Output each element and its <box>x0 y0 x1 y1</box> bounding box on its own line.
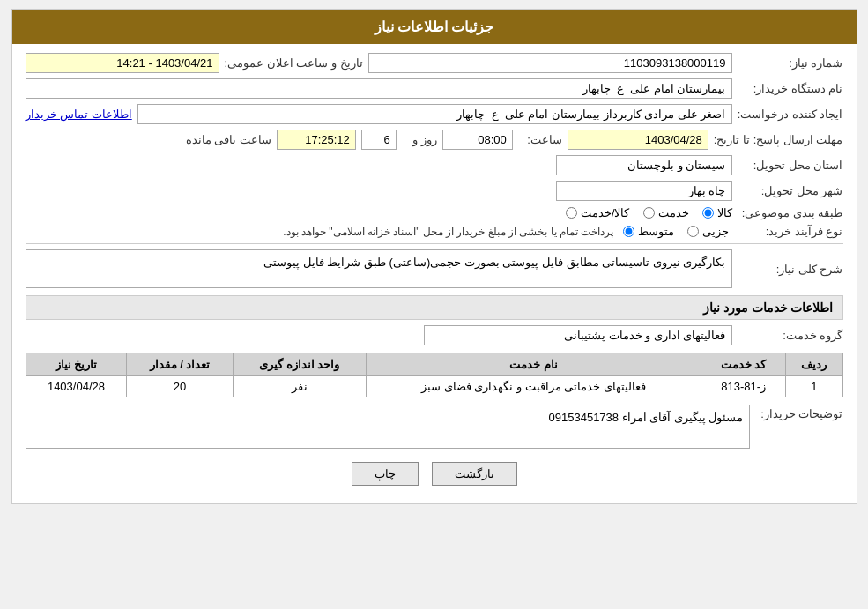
city-row: شهر محل تحویل: <box>26 181 843 201</box>
category-kala-radio[interactable] <box>702 207 714 219</box>
purchase-type-label: نوع فرآیند خرید: <box>738 225 843 238</box>
services-section-header: اطلاعات خدمات مورد نیاز <box>26 295 843 320</box>
category-both-radio[interactable] <box>566 207 577 219</box>
col-header-service-name: نام خدمت <box>366 353 701 376</box>
back-button[interactable]: بازگشت <box>432 462 517 486</box>
table-cell: ز-81-813 <box>701 376 786 397</box>
divider1 <box>26 243 843 244</box>
remaining-time-label: ساعت باقی مانده <box>186 133 271 146</box>
need-number-row: شماره نیاز: تاریخ و ساعت اعلان عمومی: <box>26 53 843 73</box>
need-description-label: شرح کلی نیاز: <box>738 263 843 276</box>
need-number-label: شماره نیاز: <box>738 56 843 70</box>
print-button[interactable]: چاپ <box>352 462 419 486</box>
purchase-motavast-radio[interactable] <box>623 226 634 237</box>
table-cell: 1403/04/28 <box>26 376 127 397</box>
buyer-notes-label: توضیحات خریدار: <box>755 405 843 420</box>
page-title: جزئیات اطلاعات نیاز <box>12 10 857 44</box>
remaining-time-input[interactable] <box>277 130 356 150</box>
service-group-input[interactable] <box>424 325 732 345</box>
services-table: ردیف کد خدمت نام خدمت واحد اندازه گیری ت… <box>26 353 843 397</box>
purchase-jozi-item: جزیی <box>687 225 729 238</box>
buyer-notes-content: مسئول پیگیری آقای امراء 09153451738 <box>26 405 750 449</box>
deadline-row: مهلت ارسال پاسخ: تا تاریخ: ساعت: روز و س… <box>26 130 843 150</box>
col-header-row-num: ردیف <box>786 353 842 376</box>
category-khedmat-item: خدمت <box>643 206 689 219</box>
announce-datetime-input[interactable] <box>26 53 219 73</box>
creator-row: ایجاد کننده درخواست: اطلاعات تماس خریدار <box>26 104 843 124</box>
city-label: شهر محل تحویل: <box>738 184 843 197</box>
category-radio-group: کالا خدمت کالا/خدمت <box>566 206 732 219</box>
category-khedmat-radio[interactable] <box>643 207 655 219</box>
buyer-org-input[interactable] <box>26 78 732 99</box>
contact-link[interactable]: اطلاعات تماس خریدار <box>26 108 132 121</box>
deadline-time-label: ساعت: <box>518 133 562 146</box>
purchase-jozi-radio[interactable] <box>687 226 699 237</box>
table-cell: فعالیتهای خدماتی مراقبت و نگهداری فضای س… <box>366 376 701 397</box>
purchase-motavast-label: متوسط <box>638 225 674 238</box>
days-label: روز و <box>402 133 437 146</box>
need-description-textarea[interactable]: بکارگیری نیروی تاسیساتی مطابق فایل پیوست… <box>26 249 732 288</box>
col-header-unit: واحد اندازه گیری <box>233 353 366 376</box>
content-area: شماره نیاز: تاریخ و ساعت اعلان عمومی: نا… <box>12 44 857 503</box>
creator-input[interactable] <box>137 104 732 124</box>
table-row: 1ز-81-813فعالیتهای خدماتی مراقبت و نگهدا… <box>26 376 842 397</box>
col-header-service-code: کد خدمت <box>701 353 786 376</box>
province-row: استان محل تحویل: <box>26 155 843 175</box>
category-both-label: کالا/خدمت <box>581 206 630 219</box>
purchase-type-radio-group: جزیی متوسط <box>623 225 729 238</box>
buyer-org-row: نام دستگاه خریدار: <box>26 78 843 99</box>
category-label: طبقه بندی موضوعی: <box>738 206 843 219</box>
main-container: جزئیات اطلاعات نیاز شماره نیاز: تاریخ و … <box>11 9 857 504</box>
city-input[interactable] <box>556 181 732 201</box>
buyer-org-label: نام دستگاه خریدار: <box>738 82 843 95</box>
province-input[interactable] <box>556 155 732 175</box>
purchase-motavast-item: متوسط <box>623 225 674 238</box>
deadline-label: مهلت ارسال پاسخ: تا تاریخ: <box>714 133 843 146</box>
province-label: استان محل تحویل: <box>738 159 843 172</box>
bottom-buttons: بازگشت چاپ <box>26 462 843 486</box>
creator-label: ایجاد کننده درخواست: <box>738 108 843 121</box>
category-kala-label: کالا <box>717 206 732 219</box>
announce-datetime-label: تاریخ و ساعت اعلان عمومی: <box>225 56 363 70</box>
table-cell: 20 <box>127 376 233 397</box>
category-both-item: کالا/خدمت <box>566 206 630 219</box>
service-group-label: گروه خدمت: <box>738 329 843 342</box>
table-cell: 1 <box>786 376 842 397</box>
deadline-date-input[interactable] <box>568 130 708 150</box>
table-cell: نفر <box>233 376 366 397</box>
days-input[interactable] <box>361 130 397 150</box>
deadline-time-input[interactable] <box>442 130 513 150</box>
buyer-notes-section: توضیحات خریدار: مسئول پیگیری آقای امراء … <box>26 405 843 449</box>
purchase-type-row: نوع فرآیند خرید: جزیی متوسط پرداخت تمام … <box>26 225 843 238</box>
category-row: طبقه بندی موضوعی: کالا خدمت کالا/خدمت <box>26 206 843 219</box>
purchase-jozi-label: جزیی <box>702 225 729 238</box>
purchase-note: پرداخت تمام یا بخشی از مبلغ خریدار از مح… <box>283 226 613 238</box>
category-khedmat-label: خدمت <box>658 206 689 219</box>
col-header-quantity: تعداد / مقدار <box>127 353 233 376</box>
col-header-date: تاریخ نیاز <box>26 353 127 376</box>
need-description-row: شرح کلی نیاز: بکارگیری نیروی تاسیساتی مط… <box>26 249 843 288</box>
category-kala-item: کالا <box>702 206 732 219</box>
need-number-input[interactable] <box>368 53 732 73</box>
services-table-section: ردیف کد خدمت نام خدمت واحد اندازه گیری ت… <box>26 353 843 397</box>
service-group-row: گروه خدمت: <box>26 325 843 345</box>
